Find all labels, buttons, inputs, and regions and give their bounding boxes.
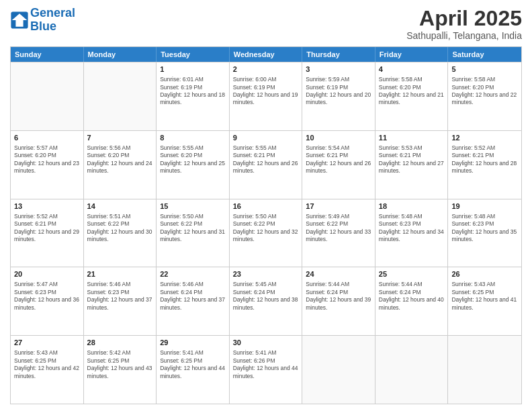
calendar-cell: 10Sunrise: 5:54 AM Sunset: 6:21 PM Dayli…	[302, 131, 375, 199]
calendar-cell: 25Sunrise: 5:44 AM Sunset: 6:24 PM Dayli…	[375, 267, 449, 335]
day-number: 14	[87, 201, 153, 212]
weekday-header: Tuesday	[157, 47, 230, 62]
calendar-cell: 3Sunrise: 5:59 AM Sunset: 6:19 PM Daylig…	[302, 62, 375, 130]
calendar-cell: 14Sunrise: 5:51 AM Sunset: 6:22 PM Dayli…	[84, 199, 157, 267]
cell-info: Sunrise: 5:58 AM Sunset: 6:20 PM Dayligh…	[379, 76, 445, 107]
day-number: 9	[233, 133, 299, 143]
day-number: 8	[160, 133, 226, 143]
calendar-cell	[375, 336, 449, 404]
day-number: 15	[160, 201, 226, 212]
day-number: 4	[379, 64, 445, 75]
day-number: 19	[451, 201, 518, 212]
day-number: 24	[306, 269, 371, 279]
calendar-cell: 4Sunrise: 5:58 AM Sunset: 6:20 PM Daylig…	[375, 62, 449, 130]
day-number: 21	[87, 269, 153, 279]
cell-info: Sunrise: 5:41 AM Sunset: 6:26 PM Dayligh…	[233, 349, 299, 380]
cell-info: Sunrise: 5:55 AM Sunset: 6:20 PM Dayligh…	[160, 144, 226, 175]
cell-info: Sunrise: 5:48 AM Sunset: 6:23 PM Dayligh…	[379, 213, 445, 244]
calendar-cell	[302, 336, 375, 404]
logo: General Blue	[10, 7, 75, 34]
calendar-cell: 8Sunrise: 5:55 AM Sunset: 6:20 PM Daylig…	[157, 131, 230, 199]
calendar-cell: 5Sunrise: 5:58 AM Sunset: 6:20 PM Daylig…	[448, 62, 521, 130]
calendar-cell: 28Sunrise: 5:42 AM Sunset: 6:25 PM Dayli…	[84, 336, 157, 404]
calendar-row: 27Sunrise: 5:43 AM Sunset: 6:25 PM Dayli…	[11, 335, 521, 404]
calendar-cell	[84, 62, 157, 130]
cell-info: Sunrise: 5:52 AM Sunset: 6:21 PM Dayligh…	[451, 144, 518, 175]
cell-info: Sunrise: 5:53 AM Sunset: 6:21 PM Dayligh…	[379, 144, 445, 175]
cell-info: Sunrise: 6:01 AM Sunset: 6:19 PM Dayligh…	[160, 76, 226, 107]
cell-info: Sunrise: 5:44 AM Sunset: 6:24 PM Dayligh…	[306, 281, 371, 312]
day-number: 25	[379, 269, 445, 279]
calendar-cell: 29Sunrise: 5:41 AM Sunset: 6:25 PM Dayli…	[157, 336, 230, 404]
calendar-row: 13Sunrise: 5:52 AM Sunset: 6:21 PM Dayli…	[11, 199, 521, 267]
calendar-cell	[448, 336, 521, 404]
day-number: 10	[306, 133, 371, 143]
calendar-cell: 22Sunrise: 5:46 AM Sunset: 6:24 PM Dayli…	[157, 267, 230, 335]
day-number: 27	[14, 338, 80, 348]
cell-info: Sunrise: 5:43 AM Sunset: 6:25 PM Dayligh…	[14, 349, 80, 380]
calendar-cell: 20Sunrise: 5:47 AM Sunset: 6:23 PM Dayli…	[11, 267, 84, 335]
calendar-row: 20Sunrise: 5:47 AM Sunset: 6:23 PM Dayli…	[11, 267, 521, 335]
cell-info: Sunrise: 5:45 AM Sunset: 6:24 PM Dayligh…	[233, 281, 299, 312]
calendar-cell: 7Sunrise: 5:56 AM Sunset: 6:20 PM Daylig…	[84, 131, 157, 199]
cell-info: Sunrise: 5:57 AM Sunset: 6:20 PM Dayligh…	[14, 144, 80, 175]
cell-info: Sunrise: 5:58 AM Sunset: 6:20 PM Dayligh…	[451, 76, 518, 107]
calendar-cell: 9Sunrise: 5:55 AM Sunset: 6:21 PM Daylig…	[230, 131, 303, 199]
day-number: 16	[233, 201, 299, 212]
day-number: 28	[87, 338, 153, 348]
cell-info: Sunrise: 5:48 AM Sunset: 6:23 PM Dayligh…	[451, 213, 518, 244]
weekday-header: Sunday	[11, 47, 84, 62]
calendar-cell: 11Sunrise: 5:53 AM Sunset: 6:21 PM Dayli…	[375, 131, 449, 199]
calendar-cell: 23Sunrise: 5:45 AM Sunset: 6:24 PM Dayli…	[230, 267, 303, 335]
day-number: 5	[451, 64, 518, 75]
day-number: 2	[233, 64, 299, 75]
cell-info: Sunrise: 5:42 AM Sunset: 6:25 PM Dayligh…	[87, 349, 153, 380]
cell-info: Sunrise: 5:49 AM Sunset: 6:22 PM Dayligh…	[306, 213, 371, 244]
cell-info: Sunrise: 5:52 AM Sunset: 6:21 PM Dayligh…	[14, 213, 80, 244]
cell-info: Sunrise: 5:46 AM Sunset: 6:23 PM Dayligh…	[87, 281, 153, 312]
day-number: 30	[233, 338, 299, 348]
weekday-header: Saturday	[448, 47, 521, 62]
calendar-row: 6Sunrise: 5:57 AM Sunset: 6:20 PM Daylig…	[11, 130, 521, 199]
day-number: 12	[451, 133, 518, 143]
day-number: 13	[14, 201, 80, 212]
day-number: 11	[379, 133, 445, 143]
day-number: 7	[87, 133, 153, 143]
cell-info: Sunrise: 5:41 AM Sunset: 6:25 PM Dayligh…	[160, 349, 226, 380]
cell-info: Sunrise: 5:46 AM Sunset: 6:24 PM Dayligh…	[160, 281, 226, 312]
page: General Blue April 2025 Sathupalli, Tela…	[0, 0, 532, 411]
calendar-cell: 15Sunrise: 5:50 AM Sunset: 6:22 PM Dayli…	[157, 199, 230, 267]
calendar-cell: 6Sunrise: 5:57 AM Sunset: 6:20 PM Daylig…	[11, 131, 84, 199]
calendar-cell: 17Sunrise: 5:49 AM Sunset: 6:22 PM Dayli…	[302, 199, 375, 267]
cell-info: Sunrise: 5:56 AM Sunset: 6:20 PM Dayligh…	[87, 144, 153, 175]
logo-icon	[10, 11, 29, 30]
logo-text: General Blue	[30, 7, 75, 34]
day-number: 29	[160, 338, 226, 348]
day-number: 17	[306, 201, 371, 212]
cell-info: Sunrise: 5:43 AM Sunset: 6:25 PM Dayligh…	[451, 281, 518, 312]
calendar-cell: 21Sunrise: 5:46 AM Sunset: 6:23 PM Dayli…	[84, 267, 157, 335]
cell-info: Sunrise: 5:59 AM Sunset: 6:19 PM Dayligh…	[306, 76, 371, 107]
calendar-body: 1Sunrise: 6:01 AM Sunset: 6:19 PM Daylig…	[11, 62, 521, 404]
calendar-cell	[11, 62, 84, 130]
calendar-cell: 16Sunrise: 5:50 AM Sunset: 6:22 PM Dayli…	[230, 199, 303, 267]
cell-info: Sunrise: 5:51 AM Sunset: 6:22 PM Dayligh…	[87, 213, 153, 244]
calendar-cell: 19Sunrise: 5:48 AM Sunset: 6:23 PM Dayli…	[448, 199, 521, 267]
cell-info: Sunrise: 5:44 AM Sunset: 6:24 PM Dayligh…	[379, 281, 445, 312]
calendar-cell: 27Sunrise: 5:43 AM Sunset: 6:25 PM Dayli…	[11, 336, 84, 404]
cell-info: Sunrise: 5:50 AM Sunset: 6:22 PM Dayligh…	[160, 213, 226, 244]
logo-blue: Blue	[30, 19, 56, 33]
weekday-header: Monday	[84, 47, 157, 62]
weekday-header: Wednesday	[230, 47, 303, 62]
calendar-header: SundayMondayTuesdayWednesdayThursdayFrid…	[11, 47, 521, 62]
title-block: April 2025 Sathupalli, Telangana, India	[406, 7, 522, 41]
day-number: 6	[14, 133, 80, 143]
weekday-header: Thursday	[302, 47, 375, 62]
subtitle: Sathupalli, Telangana, India	[406, 30, 522, 41]
cell-info: Sunrise: 5:55 AM Sunset: 6:21 PM Dayligh…	[233, 144, 299, 175]
cell-info: Sunrise: 5:54 AM Sunset: 6:21 PM Dayligh…	[306, 144, 371, 175]
day-number: 3	[306, 64, 371, 75]
calendar-cell: 2Sunrise: 6:00 AM Sunset: 6:19 PM Daylig…	[230, 62, 303, 130]
day-number: 18	[379, 201, 445, 212]
calendar-cell: 1Sunrise: 6:01 AM Sunset: 6:19 PM Daylig…	[157, 62, 230, 130]
